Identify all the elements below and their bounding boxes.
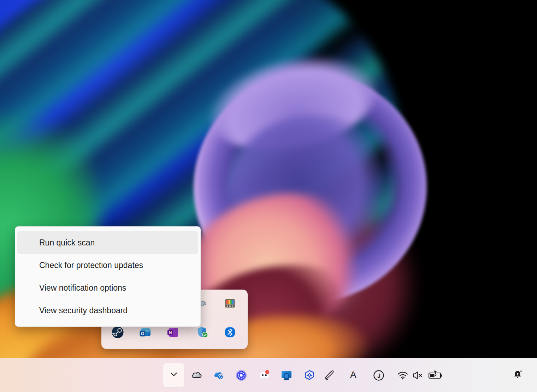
menu-item-run-quick-scan[interactable]: Run quick scan [17,231,198,254]
outlook-icon[interactable]: O [139,326,152,339]
menu-item-label: View notification options [39,283,126,293]
wallpaper-teal-ribbons [0,0,499,392]
j-circle-icon[interactable]: J [372,369,385,382]
signal-icon[interactable] [235,369,248,382]
menu-item-label: View security dashboard [39,306,128,315]
onenote-letter: N [169,330,172,335]
wifi-icon[interactable] [396,369,409,382]
language-letter: A [350,369,357,380]
j-letter: J [377,373,380,379]
show-hidden-icons-button[interactable] [163,363,184,387]
wallpaper-bloom-outer-petal [176,54,445,321]
dev-box-icon[interactable] [303,369,316,382]
phone-link-icon[interactable] [280,369,293,382]
battery-charging-icon[interactable] [428,369,443,382]
wallpaper-blue-ribbon [0,0,329,261]
discord-icon[interactable] [258,369,271,382]
desktop-wallpaper [0,0,537,392]
bell-z-letter: z [517,372,518,376]
bell-z-small-letter: z [520,368,522,372]
chevron-down-icon [168,368,180,382]
menu-item-view-notification-options[interactable]: View notification options [17,277,198,299]
pen-icon[interactable] [323,369,336,382]
onedrive-icon[interactable] [190,369,203,382]
onenote-icon[interactable]: N [166,326,179,339]
volume-muted-icon[interactable] [412,369,424,382]
menu-item-label: Check for protection updates [39,261,143,270]
wallpaper-bloom-top-petal [201,43,385,164]
menu-item-check-protection-updates[interactable]: Check for protection updates [17,254,198,277]
menu-item-view-security-dashboard[interactable]: View security dashboard [17,299,198,322]
bell-z-icon[interactable]: z z [512,368,524,381]
cloud-sync-icon[interactable] [212,369,225,382]
menu-item-label: Run quick scan [39,238,95,248]
wallpaper-bloom-inner [208,95,411,286]
steam-icon[interactable] [111,326,124,339]
powertoys-icon[interactable] [224,297,236,310]
language-indicator[interactable]: A [347,368,360,381]
security-tray-context-menu: Run quick scan Check for protection upda… [15,226,201,327]
taskbar: A J [0,358,537,392]
desktop: O N [0,0,537,392]
outlook-letter: O [141,331,144,336]
windows-security-icon[interactable] [196,326,209,339]
bluetooth-icon[interactable] [224,326,236,339]
